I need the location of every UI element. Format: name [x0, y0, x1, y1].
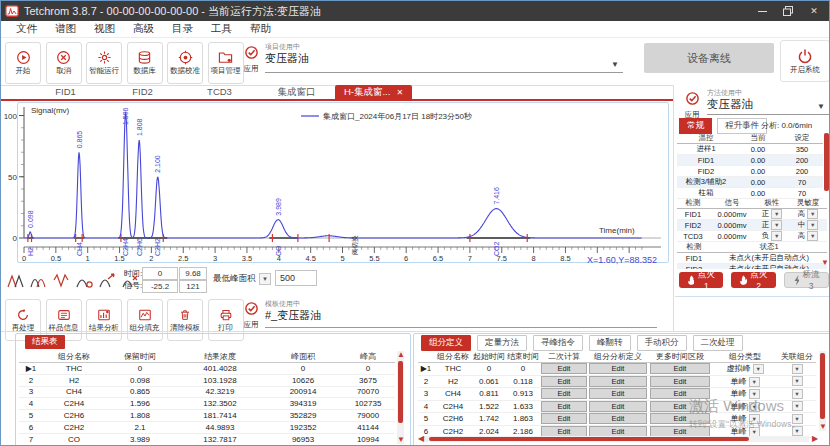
tab-峰翻转[interactable]: 峰翻转 [589, 335, 631, 351]
table-row[interactable]: 4C2H41.5221.633EditEditEdit单峰 ▼▼ [418, 400, 816, 413]
chevron-down-icon[interactable]: ▼ [792, 389, 803, 399]
secondary-calc-edit-button[interactable]: Edit [541, 363, 587, 374]
peak-marker-tool[interactable] [99, 269, 120, 289]
chart-tab-集成窗口[interactable]: 集成窗口 [258, 85, 335, 100]
template-field[interactable]: 模板使用中 #_变压器油 [265, 299, 657, 328]
ignite1-button[interactable]: 点火1 [679, 272, 723, 288]
calibration-button[interactable]: 数据校准 [167, 42, 203, 84]
more-time-ranges-edit-button[interactable]: Edit [650, 376, 711, 387]
menu-item-文件[interactable]: 文件 [7, 22, 46, 36]
analysis-def-edit-button[interactable]: Edit [589, 401, 646, 412]
table-row[interactable]: FID10.000mv正 ▼高 ▼ [677, 209, 827, 220]
apply-project-button[interactable]: 应用 [238, 45, 264, 74]
chart-tab-TCD3[interactable]: TCD3 [181, 85, 258, 100]
more-time-ranges-edit-button[interactable]: Edit [650, 413, 711, 424]
tab-组分定义[interactable]: 组分定义 [421, 335, 471, 351]
min-peak-area-input[interactable]: 500 [275, 270, 317, 286]
database-button[interactable]: 数据库 [127, 42, 163, 84]
table-row[interactable]: 2H20.098103.1928106263675 [19, 374, 395, 386]
secondary-calc-edit-button[interactable]: Edit [541, 388, 587, 399]
table-row[interactable]: 4C2H41.596132.3502394319102735 [19, 398, 395, 410]
results-scrollbar[interactable]: ▲ ▼ [397, 351, 404, 444]
status-scroll-down[interactable]: ▼ [821, 259, 829, 267]
component-hscrollbar[interactable]: ◀ ▶ [425, 436, 809, 442]
chevron-down-icon[interactable]: ▼ [807, 220, 818, 230]
table-row[interactable]: 进样10.00350 [677, 144, 823, 155]
tab-寻峰指令[interactable]: 寻峰指令 [533, 335, 583, 351]
results-tab[interactable]: 结果表 [25, 335, 65, 349]
table-row[interactable]: FID1未点火(未开启自动点火) [677, 253, 827, 264]
chart-tab-active[interactable]: H-集成窗...✕ [335, 85, 412, 100]
smart-run-button[interactable]: 智能运行 [86, 42, 122, 84]
cancel-button[interactable]: 取消 [46, 42, 82, 84]
analysis-def-edit-button[interactable]: Edit [589, 376, 646, 387]
menu-item-工具[interactable]: 工具 [202, 22, 241, 36]
chevron-down-icon[interactable]: ▼ [792, 426, 803, 436]
temperature-scrollbar[interactable] [824, 133, 829, 191]
restore-button[interactable] [775, 1, 801, 21]
table-row[interactable]: 7CO3.989132.78179695310994 [19, 433, 395, 445]
chevron-down-icon[interactable]: ▼ [771, 209, 782, 219]
chart-tab-FID1[interactable]: FID1 [27, 85, 104, 100]
chevron-down-icon[interactable]: ▼ [792, 401, 803, 411]
secondary-calc-edit-button[interactable]: Edit [541, 376, 587, 387]
table-row[interactable]: 2H20.0610.118EditEditEdit单峰 ▼▼ [418, 375, 816, 388]
table-row[interactable]: 6C2H22.144.989319235241144 [19, 421, 395, 433]
table-row[interactable]: 3CH40.8110.913EditEditEdit单峰 ▼▼ [418, 388, 816, 401]
peak-circle-tool[interactable] [76, 269, 97, 289]
table-row[interactable]: ▶1THC0401.402800 [19, 363, 395, 375]
power-system-button[interactable]: 开启系统 [780, 40, 830, 82]
chevron-down-icon[interactable]: ▼ [753, 364, 764, 374]
peak-valley-tool[interactable] [53, 269, 74, 289]
table-row[interactable]: 5C2H61.808181.741435282979000 [19, 410, 395, 422]
table-row[interactable]: 检测3/辅助20.0070 [677, 177, 823, 188]
analysis-def-edit-button[interactable]: Edit [589, 363, 646, 374]
chevron-down-icon[interactable]: ▼ [817, 102, 825, 111]
chevron-down-icon[interactable]: ▼ [792, 364, 803, 374]
chevron-down-icon[interactable]: ▼ [749, 389, 760, 399]
menu-item-帮助[interactable]: 帮助 [241, 22, 280, 36]
menu-item-目录[interactable]: 目录 [163, 22, 202, 36]
table-row[interactable]: FID20.00200 [677, 166, 823, 177]
minimize-button[interactable] [749, 1, 775, 21]
table-row[interactable]: TCD30.000mv负 ▼高 ▼ [677, 231, 827, 242]
secondary-calc-edit-button[interactable]: Edit [541, 413, 587, 424]
chevron-down-icon[interactable]: ▼ [611, 60, 619, 69]
tab-二次处理[interactable]: 二次处理 [693, 335, 743, 351]
table-row[interactable]: 3CH40.86542.321920091470070 [19, 386, 395, 398]
chevron-down-icon[interactable]: ▼ [749, 414, 760, 424]
more-time-ranges-edit-button[interactable]: Edit [650, 388, 711, 399]
menu-item-高级[interactable]: 高级 [124, 22, 163, 36]
analysis-def-edit-button[interactable]: Edit [589, 413, 646, 424]
apply-template-button[interactable]: 应用 [238, 301, 264, 330]
chevron-down-icon[interactable]: ▼ [771, 231, 782, 241]
chevron-down-icon[interactable]: ▼ [807, 209, 818, 219]
chevron-down-icon[interactable]: ▼ [749, 377, 760, 387]
start-button[interactable]: 开始 [5, 42, 41, 84]
menu-item-视图[interactable]: 视图 [85, 22, 124, 36]
bridge-current-button[interactable]: 桥流3 [784, 272, 829, 288]
more-time-ranges-edit-button[interactable]: Edit [650, 401, 711, 412]
chevron-down-icon[interactable]: ▼ [792, 414, 803, 424]
more-time-ranges-edit-button[interactable]: Edit [650, 363, 711, 374]
apply-method-button[interactable]: 应用 [679, 91, 705, 120]
peak-overlap-tool[interactable] [30, 269, 51, 289]
method-field[interactable]: 方法使用中 变压器油 ▼ [707, 88, 829, 115]
secondary-calc-edit-button[interactable]: Edit [541, 401, 587, 412]
chevron-down-icon[interactable]: ▼ [792, 376, 803, 386]
table-row[interactable]: 5C2H61.7421.863EditEditEdit单峰 ▼▼ [418, 413, 816, 426]
chart-tab-FID2[interactable]: FID2 [104, 85, 181, 100]
tab-定量方法[interactable]: 定量方法 [477, 335, 527, 351]
close-button[interactable]: ✕ [801, 1, 827, 21]
ignite2-button[interactable]: 点火2 [731, 272, 775, 288]
min-peak-area-dropdown[interactable]: ▼ [259, 273, 271, 285]
peak-split-tool[interactable] [7, 269, 28, 289]
close-icon[interactable]: ✕ [396, 88, 403, 97]
table-row[interactable]: ▶1THC00EditEditEdit虚拟峰 ▼▼ [418, 363, 816, 376]
chevron-down-icon[interactable]: ▼ [749, 402, 760, 412]
tab-手动积分[interactable]: 手动积分 [637, 335, 687, 351]
table-row[interactable]: FID20.000mv正 ▼中 ▼ [677, 220, 827, 231]
project-field[interactable]: 项目使用中 变压器油 ▼ [265, 42, 623, 73]
chevron-down-icon[interactable]: ▼ [771, 220, 782, 230]
component-vscrollbar[interactable]: ▼ [819, 351, 826, 431]
